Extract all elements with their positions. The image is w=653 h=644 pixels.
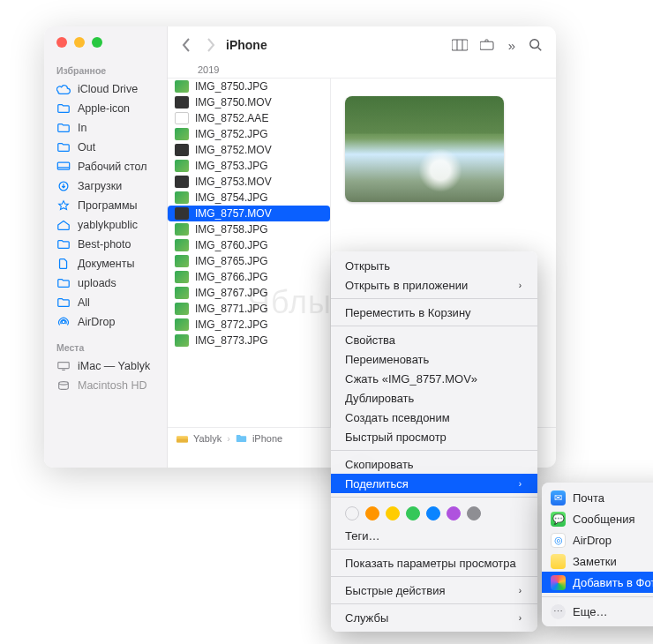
tag-color[interactable] — [365, 506, 379, 520]
file-item[interactable]: IMG_8767.JPG — [168, 285, 330, 301]
file-list[interactable]: IMG_8750.JPGIMG_8750.MOVIMG_8752.AAEIMG_… — [168, 79, 331, 427]
svg-point-10 — [530, 40, 539, 49]
sidebar-item[interactable]: iCloud Drive — [44, 79, 167, 99]
svg-rect-0 — [57, 162, 69, 169]
file-item[interactable]: IMG_8752.MOV — [168, 142, 330, 158]
file-item[interactable]: IMG_8750.JPG — [168, 79, 330, 94]
tag-color[interactable] — [467, 506, 481, 520]
menu-share[interactable]: Поделиться› — [331, 474, 537, 493]
share-add-to-photos[interactable]: Добавить в Фото — [542, 572, 653, 593]
menu-info[interactable]: Свойства — [331, 330, 537, 349]
search-button[interactable] — [528, 38, 544, 52]
file-item[interactable]: IMG_8753.JPG — [168, 158, 330, 174]
sidebar-item[interactable]: AirDrop — [44, 312, 167, 332]
file-item[interactable]: IMG_8750.MOV — [168, 94, 330, 110]
file-item[interactable]: IMG_8753.MOV — [168, 174, 330, 190]
share-notes[interactable]: Заметки — [542, 550, 653, 572]
tag-color[interactable] — [386, 506, 400, 520]
more-button[interactable]: » — [508, 38, 515, 53]
sidebar-item-label: uploads — [78, 277, 116, 289]
menu-compress[interactable]: Сжать «IMG_8757.MOV» — [331, 369, 537, 388]
file-name: IMG_8767.JPG — [195, 287, 268, 299]
sidebar-item[interactable]: Рабочий стол — [44, 157, 167, 176]
view-columns-button[interactable] — [452, 38, 468, 52]
sidebar-item-label: All — [78, 296, 90, 309]
sidebar-item[interactable]: Out — [44, 138, 167, 157]
tag-color[interactable] — [406, 506, 420, 520]
file-thumbnail-icon — [175, 255, 189, 267]
menu-services[interactable]: Службы› — [331, 608, 537, 627]
sidebar-item-label: Apple-icon — [78, 102, 130, 115]
menu-open-with[interactable]: Открыть в приложении› — [331, 275, 537, 295]
sidebar-item-label: Best-photo — [78, 238, 131, 251]
window-title: iPhone — [226, 38, 443, 52]
sidebar-item[interactable]: yablykpublic — [44, 215, 167, 235]
file-name: IMG_8754.JPG — [195, 191, 268, 204]
path-segment[interactable]: Yablyk — [193, 433, 221, 444]
file-item[interactable]: IMG_8754.JPG — [168, 190, 330, 206]
menu-quick-actions[interactable]: Быстрые действия› — [331, 580, 537, 600]
file-item[interactable]: IMG_8772.JPG — [168, 317, 330, 333]
svg-point-3 — [62, 320, 65, 324]
sidebar-item[interactable]: All — [44, 293, 167, 312]
sidebar-item[interactable]: Apple-icon — [44, 99, 167, 118]
sidebar-item[interactable]: Best-photo — [44, 235, 167, 254]
sidebar-item-label: Загрузки — [78, 180, 122, 192]
sidebar-item[interactable]: Программы — [44, 196, 167, 215]
menu-trash[interactable]: Переместить в Корзину — [331, 303, 537, 322]
forward-button[interactable] — [205, 37, 217, 53]
menu-copy[interactable]: Скопировать — [331, 454, 537, 474]
folder-icon — [236, 433, 247, 444]
file-item[interactable]: IMG_8758.JPG — [168, 221, 330, 237]
file-item[interactable]: IMG_8765.JPG — [168, 253, 330, 269]
menu-alias[interactable]: Создать псевдоним — [331, 408, 537, 427]
sidebar-item[interactable]: In — [44, 118, 167, 138]
sidebar-item[interactable]: Загрузки — [44, 176, 167, 196]
chevron-right-icon: › — [519, 479, 522, 489]
photos-icon — [551, 575, 566, 590]
sidebar-place-item[interactable]: Macintosh HD — [44, 376, 167, 395]
zoom-button[interactable] — [92, 37, 102, 48]
column-header[interactable]: 2019 — [168, 62, 556, 79]
file-thumbnail-icon — [175, 223, 189, 236]
file-item[interactable]: IMG_8760.JPG — [168, 237, 330, 253]
file-item[interactable]: IMG_8771.JPG — [168, 301, 330, 317]
sidebar-item[interactable]: Документы — [44, 254, 167, 273]
sidebar-item[interactable]: uploads — [44, 273, 167, 293]
more-icon: ⋯ — [551, 604, 566, 619]
back-button[interactable] — [180, 37, 192, 53]
path-segment[interactable]: iPhone — [252, 433, 282, 444]
share-more[interactable]: ⋯Еще… — [542, 601, 653, 622]
tag-color[interactable] — [447, 506, 461, 520]
file-item[interactable]: IMG_8757.MOV — [168, 206, 330, 221]
file-thumbnail-icon — [175, 176, 189, 188]
file-item[interactable]: IMG_8766.JPG — [168, 269, 330, 285]
group-button[interactable] — [480, 38, 496, 52]
file-item[interactable]: IMG_8773.JPG — [168, 333, 330, 348]
file-thumbnail-icon — [175, 128, 189, 140]
menu-tags[interactable]: Теги… — [331, 526, 537, 545]
file-item[interactable]: IMG_8752.AAE — [168, 110, 330, 126]
tag-color[interactable] — [426, 506, 440, 520]
file-thumbnail-icon — [175, 207, 189, 220]
window-controls — [44, 37, 167, 62]
file-thumbnail-icon — [175, 160, 189, 172]
menu-open[interactable]: Открыть — [331, 256, 537, 275]
file-thumbnail-icon — [175, 144, 189, 156]
file-name: IMG_8752.AAE — [195, 112, 268, 124]
close-button[interactable] — [56, 37, 67, 48]
share-mail[interactable]: ✉Почта — [542, 487, 653, 508]
menu-rename[interactable]: Переименовать — [331, 349, 537, 369]
menu-quicklook[interactable]: Быстрый просмотр — [331, 427, 537, 446]
file-item[interactable]: IMG_8752.JPG — [168, 126, 330, 142]
tag-color[interactable] — [345, 506, 359, 520]
svg-rect-6 — [452, 40, 468, 50]
sidebar-place-item[interactable]: iMac — Yablyk — [44, 356, 167, 376]
sidebar-item-label: In — [78, 122, 86, 134]
file-thumbnail-icon — [175, 287, 189, 299]
menu-duplicate[interactable]: Дублировать — [331, 388, 537, 408]
share-messages[interactable]: 💬Сообщения — [542, 508, 653, 529]
minimize-button[interactable] — [74, 37, 85, 48]
menu-show-view-options[interactable]: Показать параметры просмотра — [331, 553, 537, 573]
share-airdrop[interactable]: ◎AirDrop — [542, 529, 653, 550]
